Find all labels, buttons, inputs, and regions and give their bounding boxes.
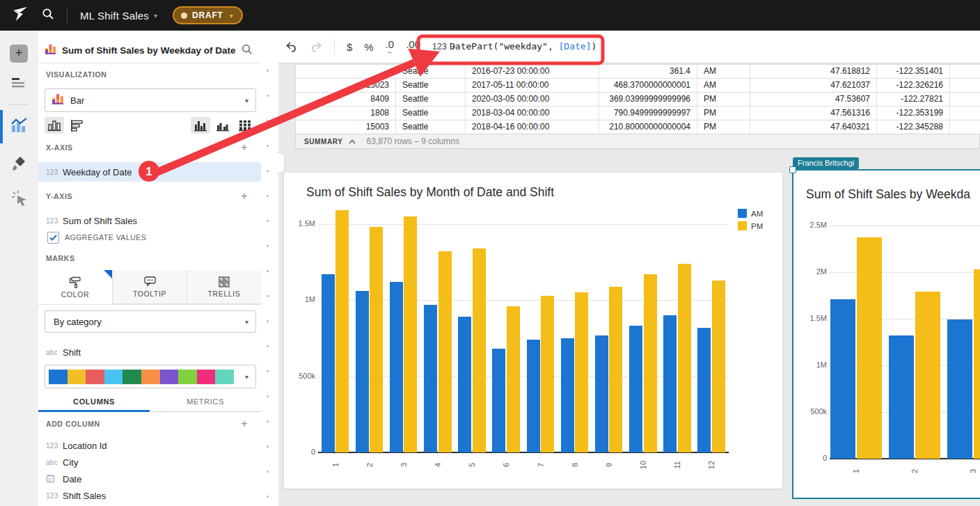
bar-am[interactable] [595,335,608,452]
bar-am[interactable] [356,291,369,452]
sigma-logo-icon[interactable] [11,5,29,26]
bar-pm[interactable] [609,287,622,452]
draft-status-badge[interactable]: DRAFT [173,6,243,24]
table-cell[interactable]: 47.561316 [750,106,877,120]
bar-pm[interactable] [857,237,882,459]
add-element-button[interactable] [10,45,28,63]
table-cell[interactable] [950,79,980,92]
column-item[interactable]: 123Shift Sales [38,487,261,504]
bar-pm[interactable] [370,227,383,452]
bar-pm[interactable] [644,274,657,452]
table-cell[interactable]: AM [697,65,750,78]
table-cell[interactable] [950,65,980,78]
column-item[interactable]: 123Location Id [38,437,261,454]
tab-trellis[interactable]: TRELLIS [187,270,261,304]
bar-pm[interactable] [404,216,417,452]
table-cell[interactable]: 2020-03-05 00:00:00 [466,93,599,106]
bar-am[interactable] [663,315,677,452]
table-cell[interactable]: 468.3700000000001 [599,79,697,92]
tab-color[interactable]: COLOR [38,270,113,304]
tab-columns[interactable]: COLUMNS [38,394,150,411]
table-cell[interactable]: 369.03999999999996 [599,93,697,106]
column-item[interactable]: abcCity [38,454,261,471]
format-brush-icon[interactable] [10,155,29,175]
chart-type-select[interactable]: Bar [45,88,256,112]
element-title[interactable]: Sum of Shift Sales by Weekday of Date a.… [62,45,236,56]
bar-am[interactable] [889,335,914,459]
table-cell[interactable] [950,106,980,120]
outline-icon[interactable] [10,77,27,93]
table-cell[interactable]: PM [697,106,750,120]
bar-am[interactable] [458,317,471,452]
table-cell[interactable]: -122.345288 [877,120,950,134]
increase-decimal-button[interactable]: .00→ [406,39,420,55]
table-cell[interactable]: AM [697,79,750,92]
table-row[interactable]: Seattle2016-07-23 00:00:00361.4AM47.6188… [296,65,980,79]
bar-am[interactable] [322,274,335,452]
table-cell[interactable]: 361.4 [599,65,697,78]
bar-pm[interactable] [712,280,725,452]
table-cell[interactable] [950,120,980,134]
table-cell[interactable]: -122.27821 [877,93,950,106]
cursor-click-icon[interactable] [10,189,30,212]
redo-button[interactable] [310,41,322,52]
table-cell[interactable]: PM [697,120,750,134]
color-mode-select[interactable]: By category [45,310,256,333]
percent-format-button[interactable]: % [364,42,373,52]
table-cell[interactable]: 790.9499999999997 [599,106,697,120]
table-cell[interactable]: Seattle [396,79,466,92]
table-cell[interactable]: PM [697,93,750,106]
bar-pm[interactable] [335,210,349,452]
tab-tooltip[interactable]: TOOLTIP [113,270,187,304]
panel-collapse-handle[interactable] [277,152,285,173]
table-cell[interactable]: 2016-07-23 00:00:00 [466,65,599,78]
color-field[interactable]: abc Shift [38,344,261,361]
table-row[interactable]: 15003Seattle2018-04-16 00:00:00210.80000… [296,120,980,134]
selection-handle[interactable] [789,166,796,173]
bar-pm[interactable] [974,269,980,459]
add-y-axis-button[interactable] [239,191,250,202]
bar-pm[interactable] [575,292,588,452]
vertical-bar-icon[interactable] [45,117,64,134]
table-cell[interactable] [296,65,396,78]
table-cell[interactable]: 2018-04-16 00:00:00 [466,120,599,134]
table-cell[interactable]: 47.53607 [750,93,877,106]
currency-format-button[interactable]: $ [347,42,352,52]
table-row[interactable]: 15023Seattle2017-05-11 00:00:00468.37000… [296,79,980,93]
table-cell[interactable]: 2017-05-11 00:00:00 [466,79,599,92]
table-cell[interactable]: 47.618812 [750,65,877,78]
bar-pm[interactable] [507,306,520,452]
bar-pm[interactable] [915,292,940,459]
table-cell[interactable]: 8409 [296,93,396,106]
bar-am[interactable] [697,328,711,452]
horizontal-bar-icon[interactable] [68,117,87,134]
grouped-bar-icon[interactable] [191,117,210,134]
search-icon[interactable] [42,8,54,23]
paired-bar-icon[interactable] [213,117,232,134]
column-item[interactable]: Date [38,471,261,487]
bar-pm[interactable] [438,251,452,452]
table-row[interactable]: 8409Seattle2020-03-05 00:00:00369.039999… [296,93,980,106]
tab-metrics[interactable]: METRICS [150,394,261,411]
table-cell[interactable]: 2018-03-04 00:00:00 [466,106,599,120]
table-cell[interactable]: 15003 [296,120,396,134]
bar-am[interactable] [424,305,437,452]
x-axis-field[interactable]: 123 Weekday of Date [38,162,261,182]
table-cell[interactable]: 47.640321 [750,120,877,134]
bar-pm[interactable] [678,264,691,452]
visualization-panel-icon[interactable] [10,117,29,136]
table-cell[interactable]: 1808 [296,106,396,120]
table-cell[interactable]: -122.351401 [877,65,950,78]
table-cell[interactable]: Seattle [396,93,466,106]
table-cell[interactable]: Seattle [396,120,466,134]
workbook-title[interactable]: ML Shift Sales [80,10,149,22]
chart-card-weekday[interactable]: Sum of Shift Sales by Weekda 2.5M2M1.5M1… [792,169,980,499]
table-cell[interactable]: Seattle [396,65,466,78]
add-x-axis-button[interactable] [239,142,250,153]
y-axis-field[interactable]: 123 Sum of Shift Sales [38,212,261,229]
bar-am[interactable] [830,299,855,459]
table-cell[interactable]: 47.621037 [750,79,877,92]
bar-pm[interactable] [541,296,554,452]
bar-am[interactable] [561,338,574,452]
chevron-up-icon[interactable] [349,139,356,144]
